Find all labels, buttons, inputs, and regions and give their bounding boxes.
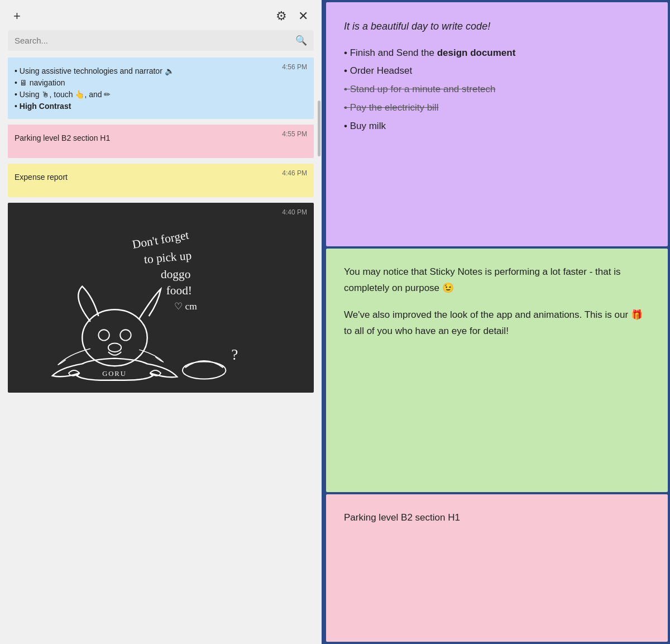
add-note-button[interactable]: + [10, 8, 24, 25]
svg-text:food!: food! [166, 284, 192, 297]
search-icon: 🔍 [295, 35, 307, 46]
note-card-blue[interactable]: 4:56 PM • Using assistive technologies a… [8, 58, 314, 119]
search-bar: 🔍 [8, 30, 314, 51]
green-para-1: You may notice that Sticky Notes is perf… [344, 264, 650, 297]
purple-note-bullets: Finish and Send the design document Orde… [344, 45, 650, 135]
notes-list: 4:56 PM • Using assistive technologies a… [0, 58, 322, 644]
bullet-2: Order Headset [344, 63, 650, 79]
settings-button[interactable]: ⚙ [272, 8, 290, 25]
svg-point-6 [98, 330, 109, 340]
right-panel: It is a beautiful day to write code! Fin… [324, 0, 670, 644]
sticky-note-pink-right[interactable]: Parking level B2 section H1 [326, 494, 668, 642]
green-note-content: You may notice that Sticky Notes is perf… [344, 264, 650, 340]
svg-text:doggo: doggo [161, 268, 190, 281]
note-content-blue: • Using assistive technologies and narra… [15, 65, 307, 112]
bullet-1: Finish and Send the design document [344, 45, 650, 61]
bullet-3: Stand up for a minute and stretech [344, 82, 650, 98]
svg-point-7 [120, 330, 131, 340]
left-panel: + ⚙ ✕ 🔍 4:56 PM • Using assistive techno… [0, 0, 324, 644]
search-input[interactable] [15, 36, 295, 45]
note-content-pink: Parking level B2 section H1 [15, 132, 307, 144]
svg-text:?: ? [231, 346, 238, 363]
timestamp-pink: 4:55 PM [282, 130, 307, 138]
top-bar: + ⚙ ✕ [0, 0, 322, 30]
svg-text:♡ cm: ♡ cm [174, 300, 197, 312]
note-card-yellow[interactable]: 4:46 PM Expense report [8, 164, 314, 197]
note-card-pink[interactable]: 4:55 PM Parking level B2 section H1 [8, 125, 314, 158]
purple-note-title: It is a beautiful day to write code! [344, 18, 650, 35]
sticky-note-green[interactable]: You may notice that Sticky Notes is perf… [326, 249, 668, 493]
svg-text:GORU: GORU [102, 370, 127, 378]
dog-drawing: Don't forget to pick up doggo food! ♡ cm [15, 211, 307, 384]
note-card-dark[interactable]: 4:40 PM Don't forget to pick up doggo fo… [8, 203, 314, 393]
timestamp-yellow: 4:46 PM [282, 169, 307, 177]
green-para-2: We've also improved the look of the app … [344, 307, 650, 340]
svg-point-10 [183, 361, 226, 379]
sticky-note-purple[interactable]: It is a beautiful day to write code! Fin… [326, 2, 668, 246]
bullet-4: Pay the electricity bill [344, 100, 650, 116]
close-button[interactable]: ✕ [295, 8, 312, 25]
svg-point-5 [82, 309, 147, 366]
note-content-yellow: Expense report [15, 171, 307, 183]
bullet-5: Buy milk [344, 118, 650, 135]
parking-note-content: Parking level B2 section H1 [344, 510, 650, 526]
svg-text:Don't forget: Don't forget [131, 228, 190, 251]
timestamp-blue: 4:56 PM [282, 63, 307, 71]
scrollbar-thumb[interactable] [318, 101, 320, 156]
svg-point-8 [108, 343, 121, 352]
svg-text:to pick up: to pick up [143, 249, 192, 266]
timestamp-dark: 4:40 PM [282, 208, 307, 216]
